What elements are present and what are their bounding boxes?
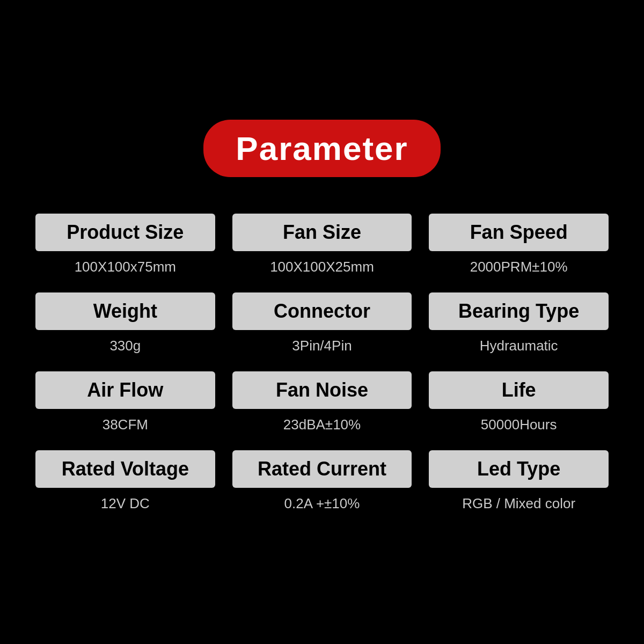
- param-cell: Led TypeRGB / Mixed color: [420, 446, 617, 525]
- param-label: Rated Current: [232, 450, 412, 488]
- header-badge: Parameter: [203, 120, 440, 177]
- param-cell: Rated Voltage12V DC: [27, 446, 224, 525]
- param-value: 12V DC: [101, 495, 150, 512]
- param-cell: Product Size100X100x75mm: [27, 209, 224, 288]
- param-label: Rated Voltage: [35, 450, 215, 488]
- param-value: 0.2A +±10%: [284, 495, 360, 512]
- param-value: 3Pin/4Pin: [292, 338, 352, 354]
- param-cell: Air Flow38CFM: [27, 367, 224, 446]
- params-grid: Product Size100X100x75mmFan Size100X100X…: [27, 209, 617, 525]
- param-value: 100X100x75mm: [75, 259, 176, 275]
- param-cell: Fan Speed2000PRM±10%: [420, 209, 617, 288]
- param-label: Connector: [232, 292, 412, 330]
- param-value: 330g: [109, 338, 141, 354]
- param-cell: Life50000Hours: [420, 367, 617, 446]
- param-cell: Bearing TypeHydraumatic: [420, 288, 617, 367]
- param-label: Life: [429, 371, 609, 409]
- param-label: Weight: [35, 292, 215, 330]
- page-title: Parameter: [236, 129, 408, 167]
- param-label: Fan Speed: [429, 214, 609, 251]
- param-cell: Fan Size100X100X25mm: [224, 209, 421, 288]
- param-cell: Weight330g: [27, 288, 224, 367]
- param-label: Product Size: [35, 214, 215, 251]
- param-label: Bearing Type: [429, 292, 609, 330]
- param-label: Fan Noise: [232, 371, 412, 409]
- param-value: Hydraumatic: [480, 338, 558, 354]
- param-label: Led Type: [429, 450, 609, 488]
- param-cell: Rated Current0.2A +±10%: [224, 446, 421, 525]
- param-value: 38CFM: [103, 416, 148, 433]
- param-label: Fan Size: [232, 214, 412, 251]
- param-label: Air Flow: [35, 371, 215, 409]
- param-value: 50000Hours: [481, 416, 557, 433]
- param-cell: Fan Noise23dBA±10%: [224, 367, 421, 446]
- param-value: 100X100X25mm: [270, 259, 374, 275]
- param-cell: Connector3Pin/4Pin: [224, 288, 421, 367]
- param-value: RGB / Mixed color: [462, 495, 575, 512]
- param-value: 23dBA±10%: [283, 416, 361, 433]
- param-value: 2000PRM±10%: [470, 259, 568, 275]
